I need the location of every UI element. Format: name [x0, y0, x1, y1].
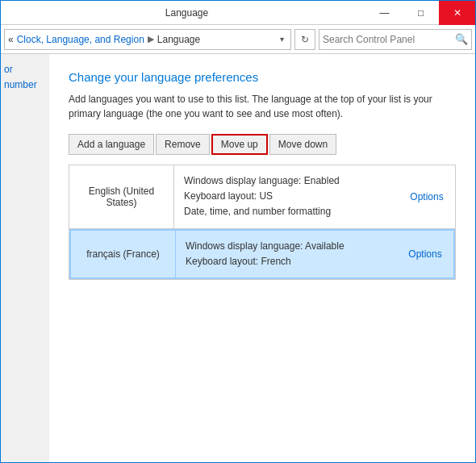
main-content: or number Change your language preferenc…	[1, 54, 475, 462]
breadcrumb-separator: ▶	[148, 34, 154, 44]
options-link-french[interactable]: Options	[408, 248, 441, 260]
refresh-button[interactable]: ↻	[294, 29, 315, 50]
language-row-french[interactable]: français (France) Windows display langua…	[69, 229, 455, 279]
language-row-english[interactable]: English (United States) Windows display …	[69, 165, 455, 229]
language-name-english: English (United States)	[69, 165, 174, 228]
title-controls: — □ ✕	[366, 1, 475, 25]
language-name-french: français (France)	[71, 231, 176, 277]
search-input[interactable]	[323, 34, 455, 45]
content-area: Change your language preferences Add lan…	[49, 54, 475, 462]
breadcrumb-dropdown-button[interactable]: ▾	[277, 35, 287, 44]
move-down-button[interactable]: Move down	[269, 134, 336, 155]
language-options-english: Options	[399, 165, 455, 228]
language-toolbar: Add a language Remove Move up Move down	[69, 134, 456, 155]
title-bar: Language — □ ✕	[1, 1, 475, 25]
sidebar: or number	[1, 54, 49, 462]
main-window: Language — □ ✕ « Clock, Language, and Re…	[0, 0, 476, 463]
breadcrumb-parent-link[interactable]: Clock, Language, and Region	[17, 34, 144, 45]
add-language-button[interactable]: Add a language	[69, 134, 154, 155]
language-options-french: Options	[397, 231, 453, 277]
page-title: Change your language preferences	[69, 70, 456, 84]
language-info-french: Windows display language: Available Keyb…	[176, 231, 397, 277]
nav-back-forward: «	[8, 34, 14, 45]
close-button[interactable]: ✕	[439, 1, 475, 25]
search-box: 🔍	[319, 29, 472, 50]
options-link-english[interactable]: Options	[410, 191, 443, 202]
move-up-button[interactable]: Move up	[211, 134, 268, 155]
language-info-english: Windows display language: Enabled Keyboa…	[174, 165, 399, 228]
maximize-button[interactable]: □	[403, 1, 439, 25]
sidebar-link-number[interactable]: or number	[4, 64, 37, 90]
address-bar: « Clock, Language, and Region ▶ Language…	[1, 25, 475, 54]
page-description: Add languages you want to use to this li…	[69, 92, 456, 121]
remove-button[interactable]: Remove	[156, 134, 210, 155]
breadcrumb-current: Language	[157, 34, 200, 45]
search-icon-button[interactable]: 🔍	[455, 33, 468, 45]
language-list: English (United States) Windows display …	[69, 165, 456, 280]
window-title: Language	[7, 7, 366, 19]
minimize-button[interactable]: —	[366, 1, 403, 25]
breadcrumb-area: « Clock, Language, and Region ▶ Language…	[4, 29, 291, 50]
